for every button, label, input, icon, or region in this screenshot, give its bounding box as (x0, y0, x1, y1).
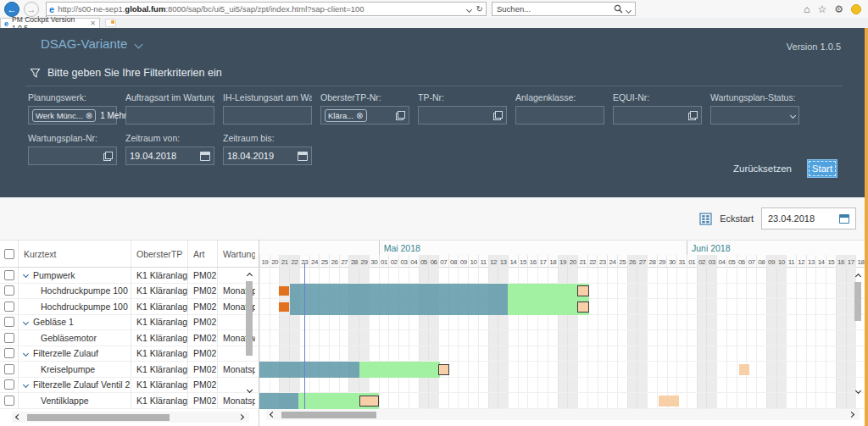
gantt-bar-teal[interactable] (259, 393, 298, 409)
eckstart-date-input[interactable]: 23.04.2018 (761, 207, 856, 230)
variant-selector[interactable]: DSAG-Variante (41, 36, 142, 51)
gantt-bar-green[interactable] (359, 362, 440, 378)
select-chevron-down-icon (790, 112, 796, 118)
column-header-oberstertp[interactable]: ObersterTP (131, 241, 188, 267)
wartungsplan-nr-input[interactable] (28, 147, 117, 165)
value-help-icon[interactable] (396, 111, 405, 120)
filter-token[interactable]: Klära...⊗ (325, 109, 367, 122)
expand-chevron-icon[interactable] (23, 382, 29, 388)
gantt-bar-boxed[interactable] (577, 285, 589, 296)
row-checkbox[interactable] (4, 364, 14, 374)
table-row[interactable]: Hochdruckpumpe 100 bar - 2K1 Kläranlage.… (0, 299, 259, 315)
gantt-bar-orange[interactable] (279, 302, 288, 312)
value-help-icon[interactable] (103, 152, 113, 161)
kurztext-cell: Pumpwerk (19, 268, 131, 283)
wartungsplan-status-input[interactable] (710, 106, 799, 124)
ih-leistungsart-input[interactable] (223, 106, 312, 124)
gantt-bar-boxed[interactable] (438, 364, 449, 375)
expand-chevron-icon[interactable] (23, 272, 29, 278)
oberster-tp-nr-input[interactable]: Klära...⊗ (320, 106, 409, 124)
column-header-art[interactable]: Art (188, 241, 218, 267)
scroll-up-icon[interactable] (853, 270, 863, 280)
row-checkbox[interactable] (4, 317, 14, 327)
table-row[interactable]: GebläsemotorK1 Kläranlage...PM02Monatswa (0, 330, 259, 346)
gantt-bar-boxed[interactable] (359, 396, 379, 407)
column-header-wartungs[interactable]: Wartungs (218, 241, 255, 267)
scroll-left-icon[interactable] (12, 412, 22, 422)
gantt-bar-boxed[interactable] (577, 302, 589, 313)
row-checkbox[interactable] (4, 348, 14, 358)
settings-gear-icon[interactable]: ⚙ (834, 3, 843, 15)
table-row[interactable]: Hochdruckpumpe 100 bar - 1K1 Kläranlage.… (0, 284, 259, 300)
row-checkbox[interactable] (4, 302, 14, 312)
gantt-bar-teal[interactable] (290, 299, 508, 315)
row-checkbox[interactable] (4, 379, 14, 390)
select-all-checkbox[interactable] (4, 249, 14, 259)
feedback-smiley-icon[interactable] (851, 4, 861, 14)
table-row[interactable]: VentilklappeK1 Kläranlage...PM02Monatspr… (0, 393, 259, 409)
scrollbar-thumb[interactable] (27, 414, 170, 421)
planungswerk-input[interactable]: Werk Münc...⊗1 Mehr (28, 106, 117, 124)
start-button[interactable]: Start (807, 159, 837, 178)
expand-chevron-icon[interactable] (23, 351, 29, 357)
table-vertical-scrollbar[interactable] (244, 268, 254, 395)
filter-token[interactable]: Werk Münc...⊗ (32, 109, 96, 122)
favorites-icon[interactable]: ☆ (817, 3, 826, 15)
table-grid-icon[interactable] (699, 213, 712, 225)
scrollbar-thumb[interactable] (854, 282, 861, 321)
gantt-day-label: 07 (746, 255, 756, 268)
table-row[interactable]: PumpwerkK1 Kläranlage...PM02 (0, 268, 259, 284)
new-tab-button[interactable] (105, 19, 116, 27)
token-remove-icon[interactable]: ⊗ (86, 111, 92, 120)
gantt-bar-orange[interactable] (279, 286, 288, 296)
table-row[interactable]: Filterzelle ZulaufK1 Kläranlage...PM02 (0, 346, 259, 362)
scrollbar-thumb[interactable] (246, 281, 253, 356)
zeitraum-bis-input[interactable]: 18.04.2019 (223, 147, 312, 165)
row-checkbox[interactable] (4, 396, 14, 406)
zeitraum-von-input[interactable]: 19.04.2018 (125, 147, 214, 165)
expand-chevron-icon[interactable] (23, 319, 29, 325)
row-checkbox[interactable] (4, 285, 14, 296)
scroll-down-icon[interactable] (853, 387, 863, 397)
scroll-down-icon[interactable] (244, 386, 254, 396)
row-checkbox[interactable] (4, 333, 14, 343)
gantt-bar-teal[interactable] (259, 362, 359, 378)
calendar-icon[interactable] (298, 152, 308, 161)
scroll-right-icon[interactable] (848, 409, 858, 419)
search-icon[interactable] (614, 4, 623, 14)
table-horizontal-scrollbar[interactable] (12, 412, 249, 423)
value-help-icon[interactable] (688, 111, 698, 120)
scroll-right-icon[interactable] (237, 412, 248, 422)
value-help-icon[interactable] (493, 111, 503, 120)
autocomplete-dropdown-icon[interactable] (466, 7, 472, 13)
scrollbar-thumb[interactable] (281, 412, 376, 418)
table-row[interactable]: Gebläse 1K1 Kläranlage...PM02 (0, 315, 259, 331)
reset-button[interactable]: Zurücksetzen (733, 163, 792, 174)
search-dropdown-icon[interactable] (626, 8, 632, 14)
browser-tab[interactable]: e PM Cockpit Version 1.0.5 ✕ (0, 18, 100, 28)
token-remove-icon[interactable]: ⊗ (356, 111, 363, 120)
calendar-icon[interactable] (839, 214, 849, 224)
row-checkbox[interactable] (4, 270, 14, 280)
scroll-up-icon[interactable] (244, 269, 254, 279)
table-row[interactable]: Filterzelle Zulauf Ventil 2K1 Kläranlage… (0, 378, 259, 394)
scroll-left-icon[interactable] (266, 409, 276, 419)
auftragsart-im-wartungsplan-input[interactable] (125, 106, 214, 124)
gantt-bar-peach[interactable] (659, 396, 678, 407)
table-row[interactable]: KreiselpumpeK1 Kläranlage...PM02Monatspr… (0, 362, 259, 378)
anlagenklasse-input[interactable] (515, 106, 604, 124)
home-icon[interactable]: ⌂ (804, 3, 810, 15)
tab-close-icon[interactable]: ✕ (90, 19, 96, 27)
tp-nr-input[interactable] (418, 106, 507, 124)
calendar-icon[interactable] (200, 152, 210, 161)
browser-address-bar[interactable]: e http://s00-ne-sep1.global.fum:8000/sap… (46, 2, 487, 16)
equi-nr-input[interactable] (613, 106, 702, 124)
more-tokens-link[interactable]: 1 Mehr (100, 111, 126, 120)
gantt-vertical-scrollbar[interactable] (853, 270, 863, 397)
gantt-bar-peach[interactable] (739, 364, 749, 375)
gantt-horizontal-scrollbar[interactable] (266, 409, 860, 420)
browser-search-box[interactable]: Suchen... (492, 2, 636, 16)
refresh-icon[interactable]: ↻ (476, 4, 483, 14)
column-header-kurztext[interactable]: Kurztext (19, 241, 131, 267)
gantt-bar-teal[interactable] (290, 284, 508, 300)
